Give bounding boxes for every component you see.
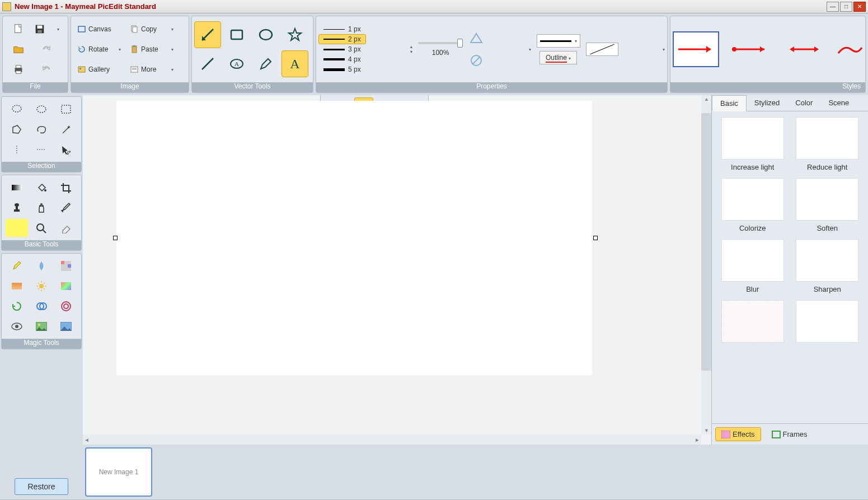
canvas[interactable] <box>116 101 592 375</box>
ellipse-tool-button[interactable] <box>252 21 279 48</box>
tab-stylized[interactable]: Stylized <box>747 95 788 111</box>
new-file-button[interactable] <box>5 20 32 39</box>
pencil-magic-tool[interactable] <box>6 257 28 275</box>
bucket-tool[interactable] <box>30 179 53 197</box>
sun-tool[interactable] <box>30 277 53 295</box>
line-tool-button[interactable] <box>194 50 221 77</box>
image-tool-2[interactable] <box>55 317 77 335</box>
zoom-tool[interactable] <box>30 219 53 237</box>
maximize-button[interactable]: □ <box>840 2 852 12</box>
rotate-button[interactable]: Rotate▾ <box>73 40 125 59</box>
rainbow-tool[interactable] <box>55 277 77 295</box>
crop-tool[interactable] <box>55 179 77 197</box>
move-tool[interactable] <box>55 141 77 158</box>
minimize-button[interactable]: — <box>827 2 839 12</box>
effect-extra-2[interactable] <box>792 300 863 343</box>
line-width-3px[interactable]: 3 px <box>318 44 366 54</box>
overlap-tool[interactable] <box>30 297 53 315</box>
tab-scene[interactable]: Scene <box>820 95 857 111</box>
line-width-4px[interactable]: 4 px <box>318 54 366 64</box>
range-select-tool[interactable] <box>30 141 53 158</box>
pen-tool-button[interactable] <box>252 50 279 77</box>
fill-none-icon[interactable] <box>468 31 484 45</box>
vertical-scrollbar[interactable]: ▲▼ <box>701 95 711 434</box>
svg-line-53 <box>38 283 39 284</box>
refresh-tool[interactable] <box>6 297 28 315</box>
star-tool-button[interactable] <box>281 21 308 48</box>
gallery-button[interactable]: Gallery <box>73 60 125 79</box>
text-tool-button[interactable]: A <box>281 50 308 77</box>
effect-colorize[interactable]: Colorize <box>717 178 788 232</box>
image-tool-1[interactable] <box>30 317 53 335</box>
magic-wand-tool[interactable] <box>55 120 77 138</box>
right-panel-bottom: Effects Frames <box>712 423 868 445</box>
eye-tool[interactable] <box>6 317 28 335</box>
tab-basic[interactable]: Basic <box>712 95 747 111</box>
free-select-tool[interactable] <box>30 120 53 138</box>
target-tool[interactable] <box>55 297 77 315</box>
gradient-tool[interactable] <box>6 179 28 197</box>
effect-reduce-light[interactable]: Reduce light <box>792 117 863 171</box>
svg-line-35 <box>63 127 69 133</box>
svg-rect-3 <box>37 30 41 33</box>
print-button[interactable] <box>5 60 32 79</box>
arrow-tool-button[interactable] <box>194 21 221 48</box>
fill-expand[interactable]: ▾ <box>529 47 531 52</box>
line-select-tool[interactable] <box>6 141 28 158</box>
rectangle-tool-button[interactable] <box>223 21 250 48</box>
opacity-slider[interactable] <box>418 42 463 44</box>
rect-select-tool[interactable] <box>55 100 77 118</box>
text-path-tool-button[interactable]: A <box>223 50 250 77</box>
close-button[interactable]: ✕ <box>853 2 866 12</box>
effect-extra-1[interactable] <box>717 300 788 343</box>
gradient-swatch-button[interactable] <box>586 43 618 56</box>
line-width-expand[interactable]: ▴▾ <box>410 44 412 54</box>
style-option-2[interactable] <box>729 41 772 58</box>
style-preview[interactable] <box>673 31 719 67</box>
svg-point-48 <box>39 284 44 288</box>
hand-tool[interactable] <box>30 199 53 217</box>
lasso-tool[interactable] <box>6 100 28 118</box>
line-width-2px[interactable]: 2 px <box>318 34 366 44</box>
eraser-tool[interactable] <box>55 219 77 237</box>
document-tab[interactable]: New Image 1 <box>85 447 152 497</box>
main-area: Selection Basic Tools <box>0 95 868 445</box>
style-option-3[interactable] <box>783 41 826 58</box>
frames-button[interactable]: Frames <box>766 427 814 441</box>
style-option-4[interactable] <box>836 41 863 58</box>
highlight-tool[interactable] <box>6 219 28 237</box>
blur-magic-tool[interactable] <box>30 257 53 275</box>
copy-button[interactable]: Copy▾ <box>126 20 177 39</box>
undo-button[interactable] <box>33 60 60 79</box>
svg-text:A: A <box>290 57 300 71</box>
ribbon-title-file: File <box>3 82 68 92</box>
effect-soften[interactable]: Soften <box>792 178 863 232</box>
redo-button[interactable] <box>33 40 60 59</box>
effects-button[interactable]: Effects <box>715 427 761 441</box>
effect-sharpen[interactable]: Sharpen <box>792 239 863 293</box>
effect-increase-light[interactable]: Increase light <box>717 117 788 171</box>
line-width-1px[interactable]: 1 px <box>318 24 366 34</box>
line-width-5px[interactable]: 5 px <box>318 64 366 74</box>
handle-left[interactable] <box>113 236 118 240</box>
effect-blur[interactable]: Blur <box>717 239 788 293</box>
pixelate-tool[interactable] <box>55 257 77 275</box>
brush-tool[interactable] <box>55 199 77 217</box>
more-button[interactable]: More▾ <box>126 60 177 79</box>
save-button[interactable]: ▾ <box>33 20 60 39</box>
line-style-button[interactable]: ▾ <box>537 34 580 48</box>
paste-button[interactable]: Paste▾ <box>126 40 177 59</box>
ellipse-select-tool[interactable] <box>30 100 53 118</box>
swatch-expand[interactable]: ▾ <box>663 47 665 52</box>
canvas-button[interactable]: Canvas <box>73 20 125 39</box>
handle-right[interactable] <box>593 236 598 240</box>
no-fill-icon[interactable] <box>468 54 484 67</box>
open-button[interactable] <box>5 40 32 59</box>
stamp-tool[interactable] <box>6 199 28 217</box>
horizontal-scrollbar[interactable]: ◄► <box>83 434 701 445</box>
fill-magic-tool[interactable] <box>6 277 28 295</box>
restore-button[interactable]: Restore <box>15 478 68 495</box>
tab-color[interactable]: Color <box>787 95 820 111</box>
poly-lasso-tool[interactable] <box>6 120 28 138</box>
outline-button[interactable]: Outline ▾ <box>539 51 577 64</box>
